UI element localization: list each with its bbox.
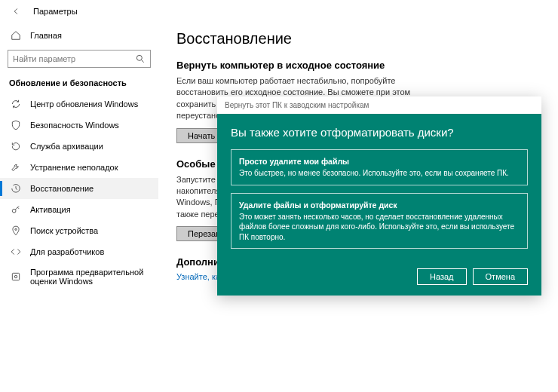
sidebar-item-security[interactable]: Безопасность Windows xyxy=(0,115,158,136)
option-title: Просто удалите мои файлы xyxy=(239,156,520,167)
sidebar-item-label: Активация xyxy=(30,205,71,214)
sidebar-item-label: Центр обновления Windows xyxy=(30,100,138,109)
wrench-icon xyxy=(11,162,21,173)
recovery-icon xyxy=(11,183,21,194)
search-placeholder: Найти параметр xyxy=(13,54,75,63)
page-title: Восстановление xyxy=(176,30,540,47)
option-text: Это может занять несколько часов, но сде… xyxy=(239,212,520,243)
key-icon xyxy=(11,204,21,215)
svg-point-1 xyxy=(12,209,16,213)
sidebar-item-insider[interactable]: Программа предварительной оценки Windows xyxy=(0,262,158,291)
dialog-bar: Вернуть этот ПК к заводским настройкам xyxy=(217,96,541,114)
sidebar-category: Обновление и безопасность xyxy=(0,75,158,93)
back-icon[interactable] xyxy=(9,5,23,18)
sidebar-item-find-device[interactable]: Поиск устройства xyxy=(0,220,158,241)
shield-icon xyxy=(11,120,21,130)
svg-point-0 xyxy=(136,55,142,60)
sidebar-item-label: Безопасность Windows xyxy=(30,121,119,130)
sidebar-item-recovery[interactable]: Восстановление xyxy=(0,178,158,199)
search-input[interactable]: Найти параметр xyxy=(8,50,151,68)
window-title: Параметры xyxy=(33,7,78,16)
sidebar-item-activation[interactable]: Активация xyxy=(0,199,158,220)
sync-icon xyxy=(11,99,21,109)
titlebar: Параметры xyxy=(0,0,558,23)
location-icon xyxy=(11,225,21,236)
search-icon xyxy=(135,54,146,64)
sidebar-item-developers[interactable]: Для разработчиков xyxy=(0,241,158,262)
sidebar-item-update[interactable]: Центр обновления Windows xyxy=(0,93,158,115)
option-title: Удалите файлы и отформатируйте диск xyxy=(239,200,520,210)
sidebar-item-backup[interactable]: Служба архивации xyxy=(0,136,158,157)
code-icon xyxy=(11,247,21,257)
option-format-drive[interactable]: Удалите файлы и отформатируйте диск Это … xyxy=(231,193,528,250)
sidebar-item-label: Устранение неполадок xyxy=(30,163,118,172)
reset-dialog: Вернуть этот ПК к заводским настройкам В… xyxy=(217,96,541,296)
dialog-back-button[interactable]: Назад xyxy=(417,268,467,285)
svg-point-4 xyxy=(14,275,17,278)
svg-rect-3 xyxy=(12,273,19,280)
sidebar-home[interactable]: Главная xyxy=(0,26,158,45)
sidebar-item-label: Поиск устройства xyxy=(30,226,98,235)
dialog-title: Вы также хотите отформатировать диски? xyxy=(231,126,528,139)
sidebar-home-label: Главная xyxy=(30,31,62,40)
svg-point-2 xyxy=(15,228,17,230)
backup-icon xyxy=(11,141,21,152)
sidebar-item-troubleshoot[interactable]: Устранение неполадок xyxy=(0,157,158,178)
option-remove-files[interactable]: Просто удалите мои файлы Это быстрее, но… xyxy=(231,149,528,185)
sidebar-item-label: Для разработчиков xyxy=(30,247,104,256)
home-icon xyxy=(11,30,21,41)
sidebar-item-label: Программа предварительной оценки Windows xyxy=(30,268,148,286)
sidebar-item-label: Восстановление xyxy=(30,184,94,193)
dialog-cancel-button[interactable]: Отмена xyxy=(473,268,528,285)
sidebar-item-label: Служба архивации xyxy=(30,142,103,151)
reset-heading: Вернуть компьютер в исходное состояние xyxy=(176,60,540,71)
sidebar: Главная Найти параметр Обновление и безо… xyxy=(0,23,158,392)
insider-icon xyxy=(11,271,21,282)
option-text: Это быстрее, но менее безопасно. Использ… xyxy=(239,168,520,179)
